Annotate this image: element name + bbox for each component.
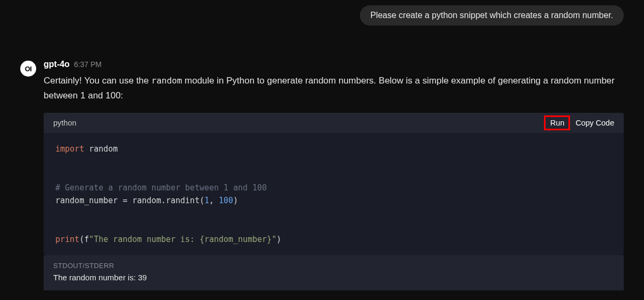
tok-assign-close: ) [233, 196, 238, 205]
assistant-avatar: OI [20, 61, 36, 77]
tok-import: import [55, 144, 84, 154]
timestamp: 6:37 PM [74, 60, 102, 69]
run-label: Run [550, 119, 565, 127]
assistant-content: gpt-4o 6:37 PM Certainly! You can use th… [44, 60, 624, 290]
output-text: The random number is: 39 [53, 273, 614, 282]
tok-num1: 1 [204, 196, 209, 205]
user-message-bubble: Please create a python snippet which cre… [360, 5, 624, 26]
assistant-message-row: OI gpt-4o 6:37 PM Certainly! You can use… [20, 60, 624, 290]
assistant-header: gpt-4o 6:37 PM [44, 60, 624, 69]
code-block: python Run Copy Code import random # Gen… [44, 113, 624, 255]
tok-assign-lhs: random_number = random.randint( [55, 196, 204, 205]
avatar-text: OI [25, 65, 32, 73]
tok-print-close: ) [276, 235, 281, 244]
tok-print-str: "The random number is: {random_number}" [89, 235, 276, 244]
tok-comment: # Generate a random number between 1 and… [55, 183, 267, 193]
code-header: python Run Copy Code [44, 113, 624, 133]
tok-module: random [84, 144, 118, 154]
copy-code-button[interactable]: Copy Code [575, 119, 614, 127]
inline-code-random: random [151, 76, 182, 86]
code-actions: Run Copy Code [547, 117, 614, 129]
code-language-label: python [53, 119, 77, 127]
output-block: STDOUT/STDERR The random number is: 39 [44, 255, 624, 290]
tok-print: print [55, 235, 79, 244]
user-message-text: Please create a python snippet which cre… [370, 11, 613, 20]
model-name: gpt-4o [44, 60, 70, 69]
code-body[interactable]: import random # Generate a random number… [44, 133, 624, 255]
run-button[interactable]: Run [547, 117, 568, 129]
user-message-row: Please create a python snippet which cre… [20, 5, 624, 26]
intro-text: Certainly! You can use the random module… [44, 73, 624, 103]
intro-before: Certainly! You can use the [44, 76, 151, 86]
tok-num2: 100 [219, 196, 233, 205]
tok-sep: , [209, 196, 219, 205]
tok-print-open: (f [79, 235, 89, 244]
output-label: STDOUT/STDERR [53, 262, 614, 270]
